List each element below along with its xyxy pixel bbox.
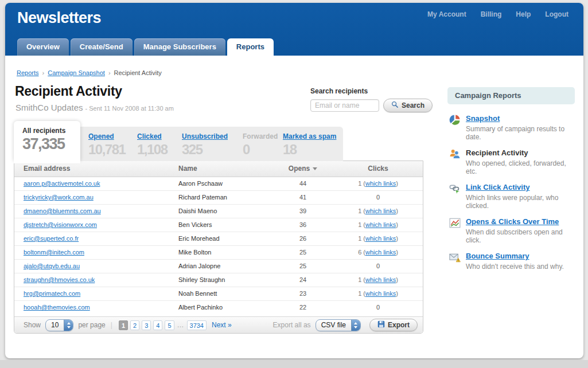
top-nav: My AccountBillingHelpLogout (427, 10, 568, 18)
nav-link-billing[interactable]: Billing (481, 10, 502, 18)
stat-tab-unsubscribed[interactable]: Unsubscribed325 (182, 132, 243, 161)
which-links-link[interactable]: which links (365, 290, 396, 297)
email-link[interactable]: eric@superted.co.fr (24, 235, 79, 242)
tab-overview[interactable]: Overview (17, 38, 69, 56)
select-stepper-icon (64, 320, 73, 331)
stat-link-marked-as-spam[interactable]: Marked as spam (283, 132, 336, 140)
breadcrumb-link-reports[interactable]: Reports (17, 69, 39, 76)
table-row: boltonm@initech.comMike Bolton256 (which… (14, 245, 423, 259)
nav-link-logout[interactable]: Logout (545, 10, 568, 18)
pie-chart-icon (449, 114, 461, 126)
breadcrumb-link-campaign-snapshot[interactable]: Campaign Snapshot (48, 69, 105, 76)
main-tabs: OverviewCreate/SendManage SubscribersRep… (17, 38, 274, 56)
page-button-1[interactable]: 1 (119, 320, 128, 330)
cell-name: Eric Morehead (169, 232, 272, 245)
campaign-name: SmithCo Updates (15, 103, 83, 112)
app-header: Newsletters My AccountBillingHelpLogout … (5, 3, 583, 56)
campaign-reports-sidebar: Campaign Reports SnapshotSummary of camp… (447, 87, 575, 271)
cell-opens: 39 (272, 204, 333, 218)
cell-opens: 44 (272, 177, 333, 190)
sidebar-link-bounce-summary[interactable]: Bounce Summary (466, 252, 529, 260)
nav-link-help[interactable]: Help (516, 10, 531, 18)
email-link[interactable]: djstretch@visionworx.com (24, 221, 97, 228)
export-button[interactable]: Export (369, 319, 418, 331)
stat-link-clicked[interactable]: Clicked (137, 132, 162, 140)
sidebar-item-description: Which links were popular, who clicked. (466, 194, 575, 210)
which-links-link[interactable]: which links (365, 235, 396, 242)
cell-clicks: 1 (which links) (333, 177, 423, 190)
tab-create-send[interactable]: Create/Send (71, 38, 133, 56)
page-button-3734[interactable]: 3734 (187, 320, 207, 330)
email-link[interactable]: ajalo@utqvb.edu.au (24, 263, 80, 269)
sidebar-item-bounce-summary[interactable]: Bounce SummaryWho didn't receive this an… (449, 252, 575, 271)
page-button-5[interactable]: 5 (165, 320, 174, 330)
page-subtitle: SmithCo Updates- Sent 11 Nov 2008 at 11:… (15, 103, 174, 113)
cell-name: Albert Pachinko (169, 300, 272, 314)
email-link[interactable]: straughn@hmovies.co.uk (24, 276, 95, 283)
cell-opens: 24 (272, 273, 333, 287)
stat-tab-marked-as-spam[interactable]: Marked as spam18 (283, 132, 349, 161)
cell-clicks: 1 (which links) (333, 204, 423, 218)
email-link[interactable]: boltonm@initech.com (24, 249, 84, 256)
stat-tab-clicked[interactable]: Clicked1,108 (137, 132, 182, 161)
which-links-link[interactable]: which links (365, 276, 396, 283)
search-input[interactable] (310, 99, 379, 112)
which-links-link[interactable]: which links (365, 221, 396, 228)
column-header-opens[interactable]: Opens (272, 161, 333, 177)
sidebar-item-description: When did subscribers open and click. (466, 228, 575, 244)
next-page-link[interactable]: Next » (212, 321, 232, 329)
stat-label: Opened (88, 132, 137, 140)
select-stepper-icon (351, 320, 360, 331)
cell-email: hrg@primatech.com (14, 287, 169, 300)
table-row: straughn@hmovies.co.ukShirley Straughn24… (14, 273, 423, 287)
stat-link-unsubscribed[interactable]: Unsubscribed (182, 132, 228, 140)
table-row: hooah@themovies.comAlbert Pachinko220 (14, 300, 423, 314)
table-row: ajalo@utqvb.edu.auAdrian Jalopne250 (14, 259, 423, 273)
sidebar-item-title: Recipient Activity (466, 148, 575, 157)
page-background-strip (0, 360, 588, 368)
cell-opens: 41 (272, 190, 333, 204)
which-links-link[interactable]: which links (365, 180, 396, 187)
sidebar-item-body: Bounce SummaryWho didn't receive this an… (466, 252, 564, 271)
sidebar-item-body: Opens & Clicks Over TimeWhen did subscri… (466, 217, 575, 244)
sidebar-item-description: Who opened, clicked, forwarded, etc. (466, 159, 575, 175)
page-button-4[interactable]: 4 (153, 320, 162, 330)
sidebar-item-snapshot[interactable]: SnapshotSummary of campaign results to d… (449, 114, 575, 141)
sidebar-link-opens-clicks-over-time[interactable]: Opens & Clicks Over Time (466, 217, 559, 226)
email-link[interactable]: hooah@themovies.com (24, 304, 90, 311)
which-links-link[interactable]: which links (365, 249, 396, 256)
sidebar-items: SnapshotSummary of campaign results to d… (447, 114, 575, 271)
stat-link-opened[interactable]: Opened (88, 132, 114, 140)
stat-tab-all-recipients[interactable]: All recipients 37,335 (14, 121, 80, 161)
sidebar-item-opens-clicks-over-time[interactable]: Opens & Clicks Over TimeWhen did subscri… (449, 217, 575, 244)
cell-name: Ben Vickers (169, 218, 272, 232)
email-link[interactable]: hrg@primatech.com (24, 290, 80, 297)
tab-reports[interactable]: Reports (227, 38, 274, 56)
nav-link-my-account[interactable]: My Account (427, 10, 466, 18)
sidebar-link-snapshot[interactable]: Snapshot (466, 114, 500, 123)
people-icon (449, 148, 461, 160)
per-page-value: 10 (46, 320, 64, 331)
export-format-select[interactable]: CSV file (316, 319, 361, 331)
page-button-3[interactable]: 3 (142, 320, 151, 330)
email-link[interactable]: aaron.p@activemotel.co.uk (24, 180, 100, 187)
pagination-pages: 12345…3734 (118, 320, 208, 330)
search-button[interactable]: Search (383, 99, 433, 112)
tab-manage-subscribers[interactable]: Manage Subscribers (134, 38, 225, 56)
stat-label: Marked as spam (283, 132, 349, 140)
page-button-2[interactable]: 2 (130, 320, 139, 330)
table-row: eric@superted.co.frEric Morehead261 (whi… (14, 232, 423, 245)
sidebar-item-link-click-activity[interactable]: Link Click ActivityWhich links were popu… (449, 183, 575, 210)
sidebar-link-link-click-activity[interactable]: Link Click Activity (466, 183, 530, 191)
export-zone: Export all as CSV file Export (273, 319, 418, 331)
line-chart-icon (449, 217, 461, 229)
clicks-value: 1 (which links) (358, 276, 398, 283)
email-link[interactable]: trickyricky@work.com.au (24, 194, 94, 201)
stat-tab-opened[interactable]: Opened10,781 (88, 132, 137, 161)
sort-descending-icon (313, 167, 317, 170)
sidebar-item-title: Opens & Clicks Over Time (466, 217, 575, 226)
which-links-link[interactable]: which links (365, 208, 396, 214)
email-link[interactable]: dmaeno@bluemnts.com.au (24, 208, 101, 214)
per-page-select[interactable]: 10 (45, 319, 73, 331)
table-row: hrg@primatech.comNoah Bennett231 (which … (14, 287, 423, 300)
